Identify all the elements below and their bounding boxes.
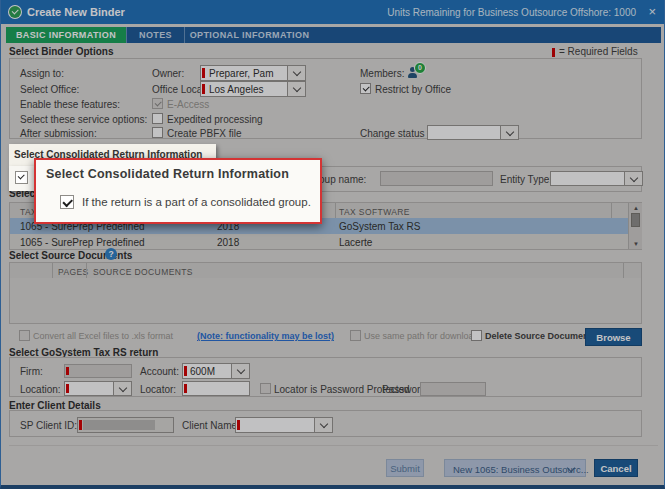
create-new-binder-dialog: Create New Binder Units Remaining for Bu… <box>0 0 665 489</box>
consolidated-checkbox-cutout <box>9 166 34 191</box>
popup-checkbox-label: If the return is a part of a consolidate… <box>82 196 311 208</box>
popup-title: Select Consolidated Return Information <box>46 167 289 181</box>
dim-overlay <box>1 0 664 485</box>
consolidated-group-checkbox[interactable] <box>15 171 28 184</box>
popup-consolidated-checkbox[interactable] <box>60 195 74 209</box>
consolidated-popup: Select Consolidated Return Information I… <box>34 158 322 224</box>
